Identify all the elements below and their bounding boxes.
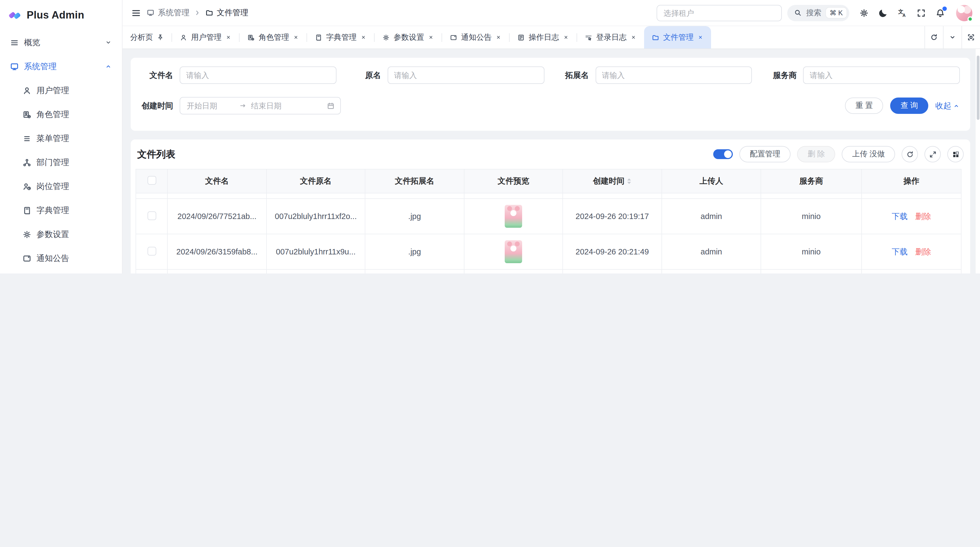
filter-field-3: 服务商: [764, 67, 960, 84]
config-manage-button[interactable]: 配置管理: [739, 146, 791, 163]
filter-field-input-1[interactable]: [388, 67, 544, 84]
collapse-filter-link[interactable]: 收起: [935, 100, 960, 111]
table-fullscreen-icon[interactable]: [924, 146, 941, 163]
file-preview-thumbnail[interactable]: [505, 240, 522, 263]
sort-carets-icon[interactable]: [627, 178, 632, 185]
sidebar-item-0[interactable]: 概览: [4, 30, 118, 54]
filter-field-input-2[interactable]: [595, 67, 752, 84]
tab-close-icon[interactable]: [360, 34, 366, 40]
notification-bell-icon[interactable]: [935, 8, 945, 18]
tab-close-icon[interactable]: [495, 34, 501, 40]
breadcrumb-item-file[interactable]: 文件管理: [205, 8, 248, 18]
filter-row-2: 创建时间 重 置 查 询 收起: [140, 97, 960, 115]
user-avatar[interactable]: [956, 5, 972, 21]
column-header-6: 服务商: [761, 169, 862, 193]
sidebar-item-2[interactable]: 用户管理: [4, 78, 118, 102]
filter-field-input-3[interactable]: [803, 67, 960, 84]
filter-field-input-0[interactable]: [180, 67, 336, 84]
row-checkbox[interactable]: [147, 211, 156, 220]
tab-8[interactable]: 文件管理: [644, 26, 711, 48]
role-icon: [22, 110, 32, 119]
delete-link[interactable]: 删除: [915, 211, 931, 222]
filter-buttons: 重 置 查 询 收起: [845, 97, 960, 114]
open-tabs: 分析页用户管理角色管理字典管理参数设置通知公告操作日志登录日志文件管理: [123, 26, 924, 48]
sidebar-item-label: 菜单管理: [37, 133, 69, 144]
sidebar-item-6[interactable]: 岗位管理: [4, 174, 118, 198]
tab-close-icon[interactable]: [428, 34, 434, 40]
upload-button[interactable]: 上传 没做: [842, 146, 895, 163]
tab-7[interactable]: 登录日志: [577, 26, 644, 48]
filter-field-2: 拓展名: [556, 67, 752, 84]
folder-icon: [205, 9, 213, 17]
tab-label: 通知公告: [461, 32, 492, 42]
date-range-picker[interactable]: [180, 97, 341, 115]
tab-close-icon[interactable]: [293, 34, 299, 40]
start-date-input[interactable]: [186, 101, 236, 111]
file-list-card: 文件列表 配置管理 删 除 上传 没做: [130, 139, 970, 273]
tab-3[interactable]: 字典管理: [307, 26, 374, 48]
row-checkbox[interactable]: [147, 247, 156, 255]
query-button[interactable]: 查 询: [890, 97, 928, 114]
main-area: 系统管理 文件管理 搜索 ⌘ K: [123, 0, 980, 273]
tenant-select[interactable]: [656, 5, 781, 21]
tab-2[interactable]: 角色管理: [240, 26, 307, 48]
sidebar-item-1[interactable]: 系统管理: [4, 54, 118, 78]
tab-close-icon[interactable]: [563, 34, 569, 40]
svg-text:A: A: [902, 13, 905, 18]
sidebar-item-10[interactable]: DEV日志管理: [4, 270, 118, 273]
tab-refresh-icon[interactable]: [924, 26, 943, 48]
filter-field-label: 服务商: [764, 70, 797, 80]
tab-5[interactable]: 通知公告: [442, 26, 509, 48]
end-date-input[interactable]: [250, 101, 300, 111]
table-row-0: 2024/09/26/77521ab...007u2bluly1hrr11xf2…: [136, 199, 961, 234]
actions-cell: 下载删除: [862, 270, 961, 273]
sidebar: Plus Admin 概览系统管理用户管理角色管理菜单管理部门管理岗位管理字典管…: [0, 0, 123, 273]
tab-close-icon[interactable]: [225, 34, 231, 40]
extension-cell: .jpg: [365, 234, 464, 270]
sidebar-toggle-icon[interactable]: [131, 8, 141, 18]
download-link[interactable]: 下载: [892, 211, 908, 222]
translate-icon[interactable]: 文 A: [897, 8, 907, 18]
content-fullscreen-icon[interactable]: [961, 26, 980, 48]
header-icons: 文 A: [859, 8, 945, 18]
file-preview-thumbnail[interactable]: [505, 205, 522, 228]
sidebar-item-4[interactable]: 菜单管理: [4, 126, 118, 150]
sidebar-item-3[interactable]: 角色管理: [4, 102, 118, 126]
tab-close-icon[interactable]: [697, 34, 703, 40]
sidebar-item-8[interactable]: 参数设置: [4, 222, 118, 246]
batch-delete-button[interactable]: 删 除: [797, 146, 835, 163]
logo-icon: [8, 8, 22, 22]
column-header-4[interactable]: 创建时间: [563, 169, 662, 193]
tab-6[interactable]: 操作日志: [510, 26, 577, 48]
global-search-button[interactable]: 搜索 ⌘ K: [787, 5, 850, 21]
settings-gear-icon[interactable]: [859, 8, 869, 18]
search-icon: [794, 9, 802, 17]
filter-fields: 文件名原名拓展名服务商: [140, 67, 960, 84]
search-panel-toggle[interactable]: [713, 149, 733, 159]
sidebar-item-9[interactable]: 通知公告: [4, 246, 118, 270]
tab-menu-chevron-icon[interactable]: [943, 26, 961, 48]
user-icon: [22, 86, 32, 95]
app-root: Plus Admin 概览系统管理用户管理角色管理菜单管理部门管理岗位管理字典管…: [0, 0, 980, 273]
breadcrumb-item-system[interactable]: 系统管理: [146, 8, 189, 18]
tab-4[interactable]: 参数设置: [375, 26, 442, 48]
sidebar-item-5[interactable]: 部门管理: [4, 150, 118, 174]
sidebar-item-7[interactable]: 字典管理: [4, 198, 118, 222]
fullscreen-icon[interactable]: [916, 8, 926, 18]
reset-button[interactable]: 重 置: [845, 97, 883, 114]
extension-cell: .jpg: [365, 199, 464, 234]
tab-0[interactable]: 分析页: [123, 26, 172, 48]
tab-close-icon[interactable]: [630, 34, 636, 40]
tab-1[interactable]: 用户管理: [172, 26, 239, 48]
table-refresh-icon[interactable]: [902, 146, 918, 163]
select-all-checkbox[interactable]: [147, 176, 156, 185]
list-toolbar: 配置管理 删 除 上传 没做: [713, 146, 964, 163]
dark-mode-moon-icon[interactable]: [878, 8, 888, 18]
delete-link[interactable]: 删除: [915, 247, 931, 257]
column-settings-icon[interactable]: [947, 146, 964, 163]
filter-card: 文件名原名拓展名服务商 创建时间 重 置 查 询 收起: [130, 58, 970, 131]
pin-icon[interactable]: [157, 34, 164, 41]
page-scrollbar[interactable]: [975, 49, 980, 273]
tab-label: 字典管理: [326, 32, 356, 42]
download-link[interactable]: 下载: [892, 247, 908, 257]
